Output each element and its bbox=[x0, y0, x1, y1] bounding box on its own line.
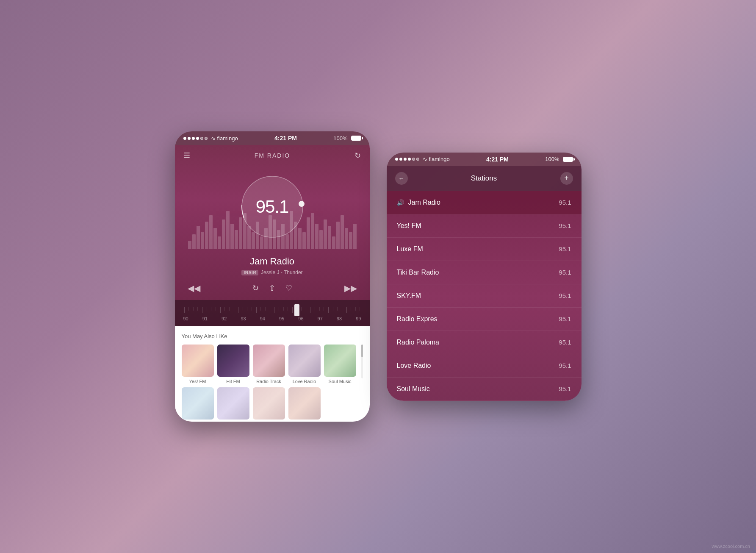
rec-item-2d[interactable] bbox=[288, 387, 321, 422]
eq-bar bbox=[192, 234, 196, 249]
stations-list: 🔊Jam Radio95.1Yes! FM95.1Luxe FM95.1Tiki… bbox=[387, 191, 582, 401]
station-item-left: Radio Paloma bbox=[397, 339, 440, 346]
battery-fill-right bbox=[563, 157, 573, 161]
status-right-right: 100% bbox=[545, 156, 573, 162]
station-item[interactable]: Radio Paloma95.1 bbox=[387, 331, 582, 354]
rec-scrollbar[interactable] bbox=[361, 345, 363, 378]
tick-mark bbox=[238, 307, 238, 313]
freq-tick bbox=[288, 307, 288, 313]
tick-mark bbox=[256, 307, 257, 313]
freq-tick bbox=[315, 307, 315, 313]
heart-icon[interactable]: ♡ bbox=[285, 283, 292, 293]
freq-tick bbox=[247, 307, 247, 313]
station-info: Jam Radio INAIR Jessie J - Thunder bbox=[175, 249, 370, 280]
dot3 bbox=[192, 137, 195, 140]
freq-tick bbox=[193, 307, 194, 313]
rec-item-2c[interactable] bbox=[253, 387, 285, 422]
station-item[interactable]: Tiki Bar Radio95.1 bbox=[387, 261, 582, 284]
station-item-left: Yes! FM bbox=[397, 222, 421, 230]
station-item-name: Jam Radio bbox=[408, 199, 440, 206]
station-item-freq: 95.1 bbox=[559, 199, 571, 206]
station-item[interactable]: 🔊Jam Radio95.1 bbox=[387, 191, 582, 214]
freq-label: 93 bbox=[241, 316, 246, 321]
player-section: ☰ FM RADIO ↻ 95.1 Jam Radio bbox=[175, 145, 370, 326]
prev-icon[interactable]: ◀◀ bbox=[188, 283, 200, 293]
dot1 bbox=[183, 137, 186, 140]
station-item-name: Tiki Bar Radio bbox=[397, 269, 439, 276]
rec-scrollbar-thumb bbox=[361, 345, 363, 357]
tick-mark bbox=[220, 307, 221, 313]
eq-bar bbox=[307, 217, 310, 249]
player-controls: ◀◀ ↻ ⇧ ♡ ▶▶ bbox=[175, 280, 370, 300]
battery-fill bbox=[352, 136, 361, 140]
tick-mark bbox=[360, 307, 360, 311]
add-station-button[interactable]: + bbox=[560, 172, 573, 185]
eq-bar bbox=[332, 236, 335, 249]
freq-label: 92 bbox=[222, 316, 227, 321]
tick-mark bbox=[351, 307, 351, 311]
status-time-left: 4:21 PM bbox=[274, 135, 297, 142]
rec-item-soulmusic[interactable]: Soul Music bbox=[324, 345, 356, 384]
freq-section[interactable]: 90919293949596979899 bbox=[175, 300, 370, 326]
carrier-name-right: flamingo bbox=[429, 156, 450, 162]
rec-item-yesfm[interactable]: Yes! FM bbox=[182, 345, 214, 384]
freq-tick bbox=[256, 307, 257, 313]
station-item-name: Luxe FM bbox=[397, 245, 423, 253]
rec-row: Yes! FM Hit FM Radio Track Love Radio bbox=[182, 345, 363, 422]
station-item-name: Soul Music bbox=[397, 385, 430, 393]
eq-bar bbox=[205, 222, 208, 249]
station-item[interactable]: SKY.FM95.1 bbox=[387, 284, 582, 308]
freq-tick bbox=[202, 307, 202, 313]
share-icon[interactable]: ⇧ bbox=[269, 283, 275, 293]
freq-tick bbox=[342, 307, 342, 313]
tuner-circle[interactable]: 95.1 bbox=[238, 173, 306, 241]
station-item[interactable]: Yes! FM95.1 bbox=[387, 214, 582, 238]
thumb-hitfm bbox=[217, 345, 249, 377]
tick-mark bbox=[211, 307, 211, 311]
rdot2 bbox=[399, 158, 402, 161]
refresh-icon[interactable]: ↻ bbox=[354, 151, 361, 160]
rec-item-radiotrack[interactable]: Radio Track bbox=[253, 345, 285, 384]
station-item[interactable]: Soul Music95.1 bbox=[387, 378, 582, 401]
thumb-2c bbox=[253, 387, 285, 420]
dot5 bbox=[200, 137, 203, 140]
freq-label: 90 bbox=[183, 316, 188, 321]
eq-bar bbox=[188, 241, 191, 249]
freq-tick bbox=[229, 307, 230, 313]
rec-item-hitfm[interactable]: Hit FM bbox=[217, 345, 249, 384]
station-item-name: Radio Expres bbox=[397, 315, 438, 323]
freq-ticks bbox=[183, 307, 361, 313]
next-icon[interactable]: ▶▶ bbox=[344, 283, 357, 293]
back-button[interactable]: ← bbox=[395, 172, 408, 185]
tick-mark bbox=[355, 307, 356, 311]
rec-item-2a[interactable] bbox=[182, 387, 214, 422]
eq-bar bbox=[209, 215, 213, 249]
station-item[interactable]: Radio Expres95.1 bbox=[387, 308, 582, 331]
rdot6 bbox=[416, 158, 419, 161]
freq-tick bbox=[292, 307, 293, 313]
freq-tick bbox=[310, 307, 310, 313]
loop-icon[interactable]: ↻ bbox=[252, 283, 259, 293]
thumb-2d bbox=[288, 387, 321, 420]
tick-mark bbox=[265, 307, 266, 311]
inair-badge: INAIR bbox=[241, 270, 258, 275]
freq-tick bbox=[260, 307, 261, 313]
station-item-left: Luxe FM bbox=[397, 245, 423, 253]
rec-row2 bbox=[182, 387, 360, 422]
rec-item-2b[interactable] bbox=[217, 387, 249, 422]
rec-label-hitfm: Hit FM bbox=[226, 379, 240, 384]
freq-tick bbox=[234, 307, 234, 313]
station-item-freq: 95.1 bbox=[559, 222, 571, 229]
menu-icon[interactable]: ☰ bbox=[183, 151, 190, 160]
station-item[interactable]: Love Radio95.1 bbox=[387, 354, 582, 378]
station-item[interactable]: Luxe FM95.1 bbox=[387, 238, 582, 261]
eq-bar bbox=[353, 224, 357, 249]
recommendations: You May Also LiKe Yes! FM Hit FM Radio T… bbox=[175, 326, 370, 422]
freq-label: 95 bbox=[279, 316, 284, 321]
station-item-freq: 95.1 bbox=[559, 269, 571, 276]
rec-item-loveradio[interactable]: Love Radio bbox=[288, 345, 321, 384]
freq-tick bbox=[328, 307, 329, 313]
freq-tick bbox=[224, 307, 225, 313]
tick-mark bbox=[288, 307, 288, 311]
tick-mark bbox=[188, 307, 189, 311]
